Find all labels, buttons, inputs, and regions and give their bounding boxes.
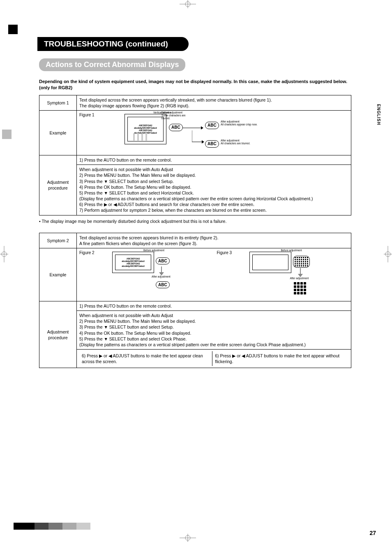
arrow-right-icon (183, 126, 203, 130)
page-number: 27 (369, 530, 376, 536)
example-cell: Figure 2 ABCDEFGHIJ abcdefgABCDEFGabcd A… (77, 248, 351, 301)
abc-bubble: ABC (156, 281, 170, 289)
heading-sub: Actions to Correct Abnormal Displays (39, 58, 185, 71)
pattern-after (294, 282, 306, 294)
figure-label: Figure 1 (79, 112, 95, 118)
figure-tv (249, 252, 291, 273)
abc-bubble: ABC (156, 257, 170, 265)
symptom-text: Text displayed across the screen appears… (77, 95, 351, 110)
page-content: ENGLISH 27 TROUBLESHOOTING (continued) A… (39, 37, 351, 371)
annotation: After adjustment (152, 276, 171, 278)
figure-text: abcdefgABCDEFGabcd (122, 265, 144, 267)
svg-marker-14 (202, 140, 204, 144)
table-label: Example (39, 248, 77, 301)
symptom-text: Text displayed across the screen appears… (77, 233, 351, 248)
abc-bubble: ABC (205, 122, 219, 129)
procedure-text: 1) Press the AUTO button on the remote c… (77, 301, 351, 310)
annotation: Before adjustment (143, 249, 164, 252)
table-label: Adjustment procedure (39, 301, 77, 368)
annotation: Before adjustment Some characters are bl… (161, 111, 194, 120)
pattern-bubble (293, 256, 310, 268)
deco-square (2, 130, 12, 139)
annotation: Before adjustment (281, 249, 302, 252)
symptom1-table: Symptom 1 Text displayed across the scre… (39, 95, 351, 215)
annotation: After adjustment All characters appear c… (221, 120, 258, 126)
heading-main: TROUBLESHOOTING (continued) (37, 37, 189, 51)
table-label: Symptom 1 (39, 95, 77, 110)
abc-bubble: ABC (205, 140, 219, 148)
intro-text: Depending on the kind of system equipmen… (39, 79, 351, 91)
procedure-text: When adjustment is not possible with Aut… (77, 311, 351, 350)
table-label: Symptom 2 (39, 233, 77, 248)
procedure-text: 6) Press ▶ or ◀ ADJUST buttons to make t… (79, 351, 212, 366)
cropmark-icon (180, 0, 196, 8)
symptom2-table: Symptom 2 Text displayed across the scre… (39, 233, 351, 368)
abc-bubble: ABC (169, 124, 183, 131)
procedure-split: 6) Press ▶ or ◀ ADJUST buttons to make t… (77, 350, 351, 368)
deco-square (8, 25, 18, 34)
annotation: After adjustment (290, 277, 309, 280)
arrow-branch-icon (192, 130, 204, 144)
footer-deco (14, 523, 90, 530)
procedure-text: 6) Press ▶ or ◀ ADJUST buttons to make t… (212, 351, 346, 366)
table-label: Example (39, 111, 77, 155)
svg-marker-13 (201, 126, 203, 130)
figure-tv: ABCDEFGHIJ abcdefgABCDEFGabcd ABCDEFGHIJ… (112, 252, 154, 273)
cropmark-icon (180, 534, 196, 542)
cropmark-icon (0, 246, 8, 262)
table-label: Adjustment procedure (39, 155, 77, 215)
annotation: After adjustment All characters are blur… (221, 139, 258, 145)
procedure-text: When adjustment is not possible with Aut… (77, 165, 351, 215)
figure-label: Figure 2 (79, 250, 95, 256)
figure-label: Figure 3 (217, 250, 232, 256)
language-tab: ENGLISH (376, 104, 381, 125)
note-text: • The display image may be momentarily d… (39, 219, 351, 224)
cropmark-icon (384, 246, 392, 262)
figure-tv: ABCDEFGHIJ abcdefgABCDEFGabcd ABCDEFGHIJ… (125, 114, 166, 144)
example-cell: Figure 1 ABCDEFGHIJ abcdefgABCDEFGabcd A… (77, 111, 351, 155)
procedure-text: 1) Press the AUTO button on the remote c… (77, 155, 351, 165)
